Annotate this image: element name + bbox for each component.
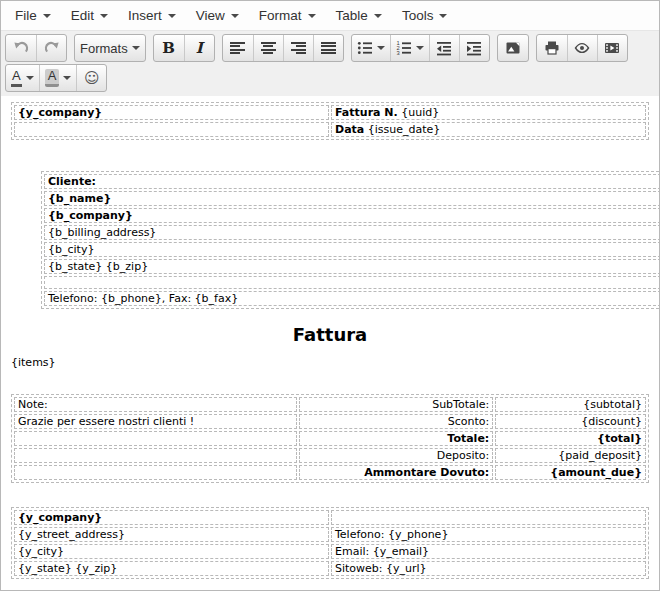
menu-file-label: File bbox=[15, 8, 37, 23]
document-title[interactable]: Fattura bbox=[11, 324, 649, 345]
deposit-label-cell[interactable]: Deposito: bbox=[299, 448, 494, 463]
rich-text-editor: File Edit Insert View Format Table Tools… bbox=[0, 0, 660, 591]
background-color-icon: A bbox=[45, 69, 60, 86]
table-row: Telefono: {b_phone}, Fax: {b_fax} bbox=[44, 291, 659, 306]
print-button[interactable] bbox=[537, 35, 567, 61]
chevron-down-icon bbox=[26, 76, 34, 80]
menu-insert[interactable]: Insert bbox=[118, 3, 186, 28]
seller-company-cell[interactable]: {y_company} bbox=[14, 510, 329, 525]
amount-due-label-cell[interactable]: Ammontare Dovuto: bbox=[299, 465, 494, 480]
formats-group: Formats bbox=[74, 34, 146, 62]
formats-dropdown[interactable]: Formats bbox=[75, 35, 145, 61]
bullet-list-button[interactable] bbox=[352, 35, 390, 61]
menubar: File Edit Insert View Format Table Tools bbox=[1, 1, 659, 31]
empty-cell[interactable] bbox=[44, 276, 659, 289]
table-row: {b_city} bbox=[44, 242, 659, 257]
note-label-cell[interactable]: Note: bbox=[14, 397, 297, 412]
client-name-cell[interactable]: {b_name} bbox=[44, 191, 659, 206]
client-heading-cell[interactable]: Cliente: bbox=[44, 174, 659, 189]
invoice-number-label: Fattura N. bbox=[335, 106, 398, 119]
preview-button[interactable] bbox=[567, 35, 597, 61]
align-justify-button[interactable] bbox=[313, 35, 343, 61]
seller-email-cell[interactable]: Email: {y_email} bbox=[331, 544, 646, 559]
total-label-cell[interactable]: Totale: bbox=[299, 431, 494, 446]
text-color-button[interactable]: A bbox=[6, 65, 39, 91]
table-row: Data {issue_date} bbox=[14, 122, 646, 137]
align-right-button[interactable] bbox=[283, 35, 313, 61]
spacer bbox=[11, 483, 649, 507]
menu-format[interactable]: Format bbox=[249, 3, 326, 28]
table-row: {y_street_address} Telefono: {y_phone} bbox=[14, 527, 646, 542]
numbered-list-icon: 123 bbox=[396, 40, 412, 56]
client-address-cell[interactable]: {b_billing_address} bbox=[44, 225, 659, 240]
menu-view[interactable]: View bbox=[186, 3, 249, 28]
client-state-zip-cell[interactable]: {b_state} {b_zip} bbox=[44, 259, 659, 274]
table-row: Totale: {total} bbox=[14, 431, 646, 446]
menu-file[interactable]: File bbox=[5, 3, 61, 28]
seller-address-cell[interactable]: {y_street_address} bbox=[14, 527, 329, 542]
menu-table[interactable]: Table bbox=[326, 3, 392, 28]
issue-date-token: {issue_date} bbox=[368, 123, 441, 136]
outdent-button[interactable] bbox=[429, 35, 459, 61]
empty-cell[interactable] bbox=[14, 448, 297, 463]
table-row: {b_billing_address} bbox=[44, 225, 659, 240]
items-token[interactable]: {items} bbox=[11, 356, 649, 369]
issue-date-cell[interactable]: Data {issue_date} bbox=[331, 122, 646, 137]
subtotal-label-cell[interactable]: SubTotale: bbox=[299, 397, 494, 412]
insert-image-button[interactable] bbox=[498, 35, 528, 61]
color-group: A A ☺ bbox=[5, 64, 107, 92]
align-center-button[interactable] bbox=[253, 35, 283, 61]
background-color-button[interactable]: A bbox=[39, 65, 77, 91]
undo-button[interactable] bbox=[6, 35, 36, 61]
discount-value-cell[interactable]: {discount} bbox=[495, 414, 646, 429]
formats-label: Formats bbox=[80, 41, 128, 56]
indent-button[interactable] bbox=[459, 35, 489, 61]
list-indent-group: 123 bbox=[351, 34, 490, 62]
seller-website-cell[interactable]: Sitoweb: {y_url} bbox=[331, 561, 646, 576]
toolbar-row-2: A A ☺ bbox=[1, 63, 659, 96]
amount-due-value-cell[interactable]: {amount_due} bbox=[495, 465, 646, 480]
client-phone-fax-cell[interactable]: Telefono: {b_phone}, Fax: {b_fax} bbox=[44, 291, 659, 306]
company-token-cell[interactable]: {y_company} bbox=[14, 105, 329, 120]
redo-button[interactable] bbox=[36, 35, 66, 61]
date-label: Data bbox=[335, 123, 364, 136]
table-row: Deposito: {paid_deposit} bbox=[14, 448, 646, 463]
align-center-icon bbox=[261, 42, 276, 54]
svg-text:3: 3 bbox=[396, 50, 399, 56]
seller-city-cell[interactable]: {y_city} bbox=[14, 544, 329, 559]
preview-eye-icon bbox=[574, 40, 590, 56]
invoice-number-cell[interactable]: Fattura N. {uuid} bbox=[331, 105, 646, 120]
total-value-cell[interactable]: {total} bbox=[495, 431, 646, 446]
menu-tools-label: Tools bbox=[402, 8, 434, 23]
seller-state-zip-cell[interactable]: {y_state} {y_zip} bbox=[14, 561, 329, 576]
totals-table: Note: SubTotale: {subtotal} Grazie per e… bbox=[11, 394, 649, 483]
client-city-cell[interactable]: {b_city} bbox=[44, 242, 659, 257]
chevron-down-icon bbox=[308, 14, 316, 18]
chevron-down-icon bbox=[132, 46, 140, 50]
invoice-header-table: {y_company} Fattura N. {uuid} Data {issu… bbox=[11, 102, 649, 140]
italic-button[interactable]: I bbox=[184, 35, 214, 61]
discount-label-cell[interactable]: Sconto: bbox=[299, 414, 494, 429]
numbered-list-button[interactable]: 123 bbox=[390, 35, 429, 61]
menu-edit[interactable]: Edit bbox=[61, 3, 118, 28]
table-row: {y_state} {y_zip} Sitoweb: {y_url} bbox=[14, 561, 646, 576]
bold-button[interactable]: B bbox=[154, 35, 184, 61]
menu-tools[interactable]: Tools bbox=[392, 3, 458, 28]
deposit-value-cell[interactable]: {paid_deposit} bbox=[495, 448, 646, 463]
subtotal-value-cell[interactable]: {subtotal} bbox=[495, 397, 646, 412]
note-text-cell[interactable]: Grazie per essere nostri clienti ! bbox=[14, 414, 297, 429]
chevron-down-icon bbox=[63, 76, 71, 80]
empty-cell[interactable] bbox=[14, 465, 297, 480]
print-icon bbox=[544, 40, 560, 56]
emoticons-button[interactable]: ☺ bbox=[76, 65, 106, 91]
media-button[interactable] bbox=[597, 35, 627, 61]
align-right-icon bbox=[291, 42, 306, 54]
client-company-cell[interactable]: {b_company} bbox=[44, 208, 659, 223]
editor-body[interactable]: {y_company} Fattura N. {uuid} Data {issu… bbox=[1, 96, 659, 591]
empty-cell[interactable] bbox=[331, 510, 646, 525]
empty-cell[interactable] bbox=[14, 431, 297, 446]
output-group bbox=[536, 34, 628, 62]
seller-phone-cell[interactable]: Telefono: {y_phone} bbox=[331, 527, 646, 542]
empty-cell[interactable] bbox=[14, 122, 329, 137]
align-left-button[interactable] bbox=[223, 35, 253, 61]
